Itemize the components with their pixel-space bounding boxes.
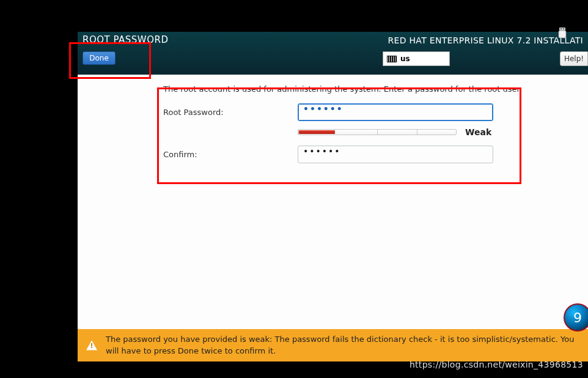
content: The root account is used for administeri… [78,75,588,329]
password-strength-meter [298,129,457,135]
installer-name: RED HAT ENTERPRISE LINUX 7.2 INSTALLATI [388,35,583,45]
password-strength-fill [299,130,335,134]
root-password-row: Root Password: •••••• [163,103,576,121]
confirm-row: Confirm: •••••• [163,146,576,163]
root-password-input[interactable]: •••••• [298,103,493,121]
root-password-value: •••••• [303,104,344,114]
help-button[interactable]: Help! [560,51,588,66]
page-badge: 9 [564,303,588,332]
keyboard-icon [387,56,397,62]
svg-rect-1 [560,28,562,29]
svg-rect-2 [563,28,564,29]
page-badge-number: 9 [573,310,582,325]
svg-rect-0 [559,28,565,31]
svg-rect-3 [559,31,566,38]
done-button[interactable]: Done [83,51,116,65]
keyboard-layout-select[interactable]: us [383,51,450,66]
confirm-password-value: •••••• [303,146,341,156]
confirm-label: Confirm: [163,150,298,159]
password-strength-label: Weak [465,127,491,137]
installer-window: ROOT PASSWORD RED HAT ENTERPRISE LINUX 7… [78,32,588,361]
confirm-password-input[interactable]: •••••• [298,146,493,163]
header: ROOT PASSWORD RED HAT ENTERPRISE LINUX 7… [78,32,588,75]
intro-text: The root account is used for administeri… [163,84,576,94]
warning-icon [86,341,97,350]
warning-text: The password you have provided is weak: … [106,334,579,356]
usb-tray-icon [556,27,568,39]
keyboard-layout-label: us [400,54,410,63]
warning-bar: The password you have provided is weak: … [78,329,588,361]
root-password-label: Root Password: [163,108,298,117]
page-title: ROOT PASSWORD [83,34,168,45]
strength-row: Weak [298,127,576,137]
